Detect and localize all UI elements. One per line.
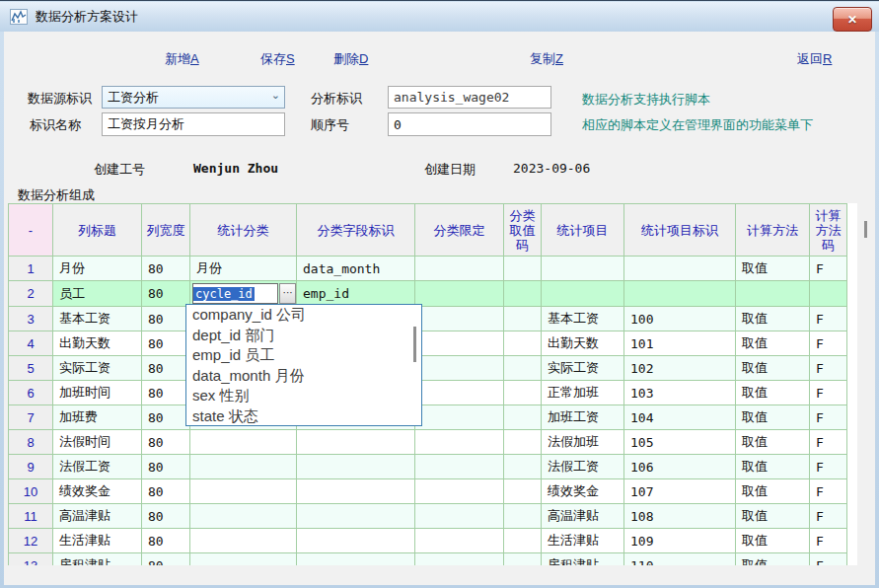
table-cell[interactable]: 80 [142, 331, 190, 356]
table-cell[interactable] [415, 307, 504, 331]
datasource-select[interactable]: 工资分析 ⌄ [102, 86, 285, 109]
table-cell[interactable]: F [810, 479, 847, 504]
dropdown-scrollbar[interactable] [413, 327, 416, 362]
table-cell[interactable] [297, 504, 415, 529]
table-cell[interactable] [504, 257, 542, 281]
table-cell[interactable] [504, 479, 542, 504]
table-cell[interactable] [297, 529, 415, 553]
table-cell[interactable] [415, 356, 504, 381]
add-button[interactable]: 新增A [165, 50, 199, 68]
table-cell[interactable]: F [810, 553, 847, 566]
table-cell[interactable]: 80 [142, 430, 190, 455]
table-cell[interactable]: F [810, 455, 847, 479]
field-dropdown-item[interactable]: emp_id 员工 [186, 345, 421, 366]
table-cell[interactable]: 取值 [736, 307, 810, 331]
table-cell[interactable] [624, 257, 736, 281]
table-cell[interactable]: 取值 [736, 405, 810, 430]
name-input[interactable]: 工资按月分析 [102, 112, 285, 136]
table-cell[interactable] [190, 479, 297, 504]
table-cell[interactable]: 法假工资 [542, 455, 624, 479]
table-cell[interactable] [415, 331, 504, 356]
category-edit-input[interactable]: cycle_id [192, 283, 278, 304]
table-cell[interactable] [415, 381, 504, 405]
row-number-cell[interactable]: 4 [9, 331, 53, 356]
table-cell[interactable]: F [810, 529, 847, 553]
row-number-cell[interactable]: 13 [9, 553, 53, 566]
close-button[interactable]: ✕ [833, 7, 872, 32]
table-cell[interactable] [190, 504, 297, 529]
table-cell[interactable]: 出勤天数 [542, 331, 624, 356]
field-dropdown-item[interactable]: state 状态 [186, 406, 421, 427]
table-cell[interactable]: 实际工资 [53, 356, 142, 381]
table-cell[interactable]: F [810, 430, 847, 455]
table-cell[interactable]: 80 [142, 553, 190, 566]
row-number-cell[interactable]: 8 [9, 430, 53, 455]
row-number-cell[interactable]: 12 [9, 529, 53, 553]
table-cell[interactable]: 101 [624, 331, 736, 356]
table-cell[interactable]: 106 [624, 455, 736, 479]
table-cell[interactable]: 104 [624, 405, 736, 430]
table-cell[interactable]: data_month [297, 257, 415, 281]
table-cell[interactable] [415, 455, 504, 479]
table-cell[interactable]: 80 [142, 257, 190, 281]
table-cell[interactable]: F [810, 356, 847, 381]
table-cell[interactable] [504, 381, 542, 405]
table-cell[interactable] [736, 281, 810, 307]
table-cell[interactable]: 高温津贴 [542, 504, 624, 529]
table-cell[interactable] [415, 281, 504, 307]
table-cell[interactable] [542, 281, 624, 307]
table-cell[interactable]: 生活津贴 [53, 529, 142, 553]
row-number-cell[interactable]: 1 [9, 257, 53, 281]
table-cell[interactable]: F [810, 504, 847, 529]
table-cell[interactable]: 绩效奖金 [542, 479, 624, 504]
table-cell[interactable] [415, 529, 504, 553]
table-cell[interactable]: 110 [624, 553, 736, 566]
table-cell[interactable] [504, 504, 542, 529]
table-cell[interactable] [504, 405, 542, 430]
table-cell[interactable]: 生活津贴 [542, 529, 624, 553]
table-cell[interactable]: 房租津贴 [542, 553, 624, 566]
row-number-cell[interactable]: 11 [9, 504, 53, 529]
table-cell[interactable]: 月份 [190, 257, 297, 281]
table-cell[interactable]: emp_id [297, 281, 415, 307]
return-button[interactable]: 返回R [797, 50, 832, 68]
table-cell[interactable]: 取值 [736, 529, 810, 553]
table-cell[interactable] [504, 331, 542, 356]
table-cell[interactable]: 加班工资 [542, 405, 624, 430]
copy-button[interactable]: 复制Z [530, 50, 563, 68]
table-cell[interactable]: 法假加班 [542, 430, 624, 455]
table-cell[interactable]: 取值 [736, 553, 810, 566]
delete-button[interactable]: 删除D [333, 50, 368, 68]
table-cell[interactable]: 员工 [53, 281, 142, 307]
table-cell[interactable] [415, 430, 504, 455]
field-dropdown-item[interactable]: dept_id 部门 [186, 326, 421, 346]
table-cell[interactable] [297, 455, 415, 479]
table-cell[interactable]: 基本工资 [542, 307, 624, 331]
save-button[interactable]: 保存S [260, 50, 295, 68]
table-cell[interactable]: 正常加班 [542, 381, 624, 405]
table-cell[interactable]: F [810, 381, 847, 405]
table-cell[interactable] [624, 281, 736, 307]
table-cell[interactable]: 80 [142, 455, 190, 479]
table-cell[interactable] [415, 479, 504, 504]
table-cell[interactable] [297, 553, 415, 566]
table-cell[interactable]: 基本工资 [53, 307, 142, 331]
field-dropdown-item[interactable]: sex 性别 [186, 386, 421, 406]
table-cell[interactable]: 105 [624, 430, 736, 455]
table-cell[interactable]: 80 [142, 504, 190, 529]
table-cell[interactable]: 80 [142, 405, 190, 430]
table-cell[interactable] [190, 529, 297, 553]
table-cell[interactable]: 80 [142, 356, 190, 381]
row-number-cell[interactable]: 7 [9, 405, 53, 430]
row-number-cell[interactable]: 2 [9, 281, 53, 307]
table-cell[interactable]: 100 [624, 307, 736, 331]
table-cell[interactable] [504, 553, 542, 566]
row-number-cell[interactable]: 3 [9, 307, 53, 331]
table-cell[interactable]: 80 [142, 281, 190, 307]
table-cell[interactable] [504, 356, 542, 381]
table-cell[interactable] [415, 257, 504, 281]
table-cell[interactable] [504, 430, 542, 455]
table-cell[interactable] [504, 455, 542, 479]
table-cell[interactable] [542, 257, 624, 281]
table-cell[interactable]: 80 [142, 307, 190, 331]
